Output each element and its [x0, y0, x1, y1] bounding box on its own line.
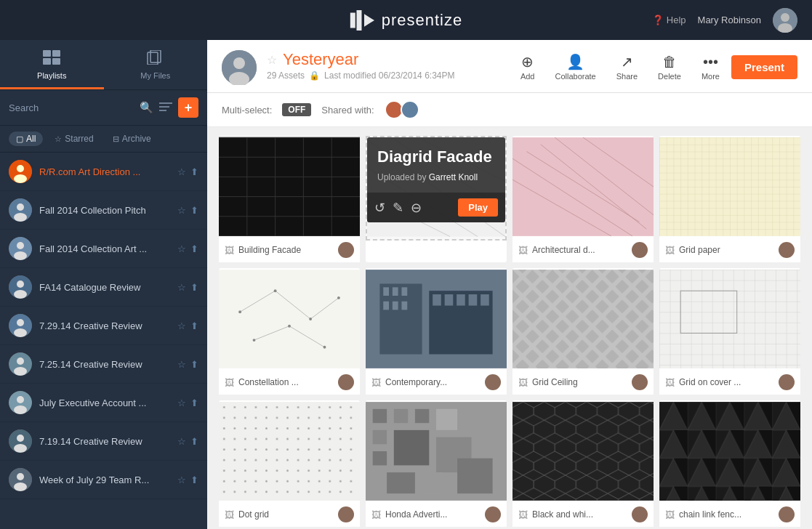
share-button[interactable]: ↗ Share: [608, 50, 646, 84]
avatar: [9, 429, 32, 453]
svg-point-29: [14, 328, 27, 337]
grid-item[interactable]: 🖼 Building Facade: [219, 136, 360, 262]
star-icon[interactable]: ☆: [177, 436, 186, 447]
list-item[interactable]: 7.19.14 Creative Review ☆ ⬆: [0, 422, 207, 461]
present-button[interactable]: Present: [731, 55, 797, 79]
avatar: [9, 468, 32, 491]
star-icon[interactable]: ☆: [177, 397, 186, 408]
svg-point-17: [14, 174, 27, 183]
list-item[interactable]: Week of July 29 Team R... ☆ ⬆: [0, 461, 207, 499]
grid-footer: 🖼 Grid Ceiling: [512, 370, 654, 395]
avatar: [9, 198, 32, 222]
content-title-block: ☆ Yesteryear 29 Assets 🔒 Last modified 0…: [267, 50, 455, 81]
grid-item[interactable]: 🖼 Honda Adverti...: [366, 400, 507, 527]
svg-point-40: [17, 473, 24, 480]
tab-myfiles-label: My Files: [140, 71, 170, 80]
grid-item[interactable]: 🖼 Grid Ceiling: [512, 268, 654, 395]
more-label: More: [702, 72, 720, 81]
svg-rect-111: [373, 430, 387, 444]
app-name: presentize: [382, 11, 463, 30]
grid-footer: 🖼 Grid paper: [659, 238, 800, 262]
play-button[interactable]: Play: [458, 198, 498, 217]
star-icon[interactable]: ☆: [177, 475, 186, 485]
image-title: Grid on cover ...: [679, 377, 774, 387]
avatar: [9, 391, 32, 414]
refresh-icon[interactable]: ↺: [374, 200, 385, 216]
grid-item[interactable]: 🖼 chain link fenc...: [659, 400, 800, 527]
list-item[interactable]: 7.29.14 Creative Review ☆ ⬆: [0, 307, 207, 345]
share-icon[interactable]: ⬆: [190, 359, 198, 370]
svg-rect-9: [52, 58, 60, 65]
share-icon[interactable]: ⬆: [190, 166, 198, 177]
share-icon[interactable]: ⬆: [190, 282, 198, 293]
add-icon: ⊕: [521, 53, 534, 70]
favorite-star-icon[interactable]: ☆: [267, 53, 277, 67]
user-avatar: [632, 374, 648, 390]
svg-point-22: [17, 242, 24, 249]
grid-item[interactable]: 🖼 Grid on cover ...: [659, 268, 800, 395]
list-item[interactable]: July Executive Account ... ☆ ⬆: [0, 384, 207, 422]
image-icon: 🖼: [371, 377, 381, 388]
svg-rect-112: [394, 430, 430, 466]
filter-starred[interactable]: ☆ Starred: [47, 132, 100, 146]
add-button[interactable]: ⊕ Add: [512, 50, 544, 84]
image-icon: 🖼: [665, 509, 675, 520]
user-avatar: [779, 242, 795, 258]
search-icon[interactable]: 🔍: [140, 101, 153, 114]
star-icon[interactable]: ☆: [177, 166, 186, 177]
filter-archive[interactable]: ⊟ Archive: [105, 132, 158, 146]
all-icon: ▢: [16, 134, 23, 144]
grid-item[interactable]: 🖼 Contemporary...: [366, 268, 507, 395]
grid-item[interactable]: 🖼 Constellation ...: [219, 268, 360, 395]
list-item[interactable]: Fall 2014 Collection Art ... ☆ ⬆: [0, 230, 207, 268]
remove-icon[interactable]: ⊖: [411, 200, 422, 216]
star-icon[interactable]: ☆: [177, 243, 186, 254]
star-icon[interactable]: ☆: [177, 320, 186, 331]
list-item[interactable]: 7.25.14 Creative Review ☆ ⬆: [0, 345, 207, 384]
share-icon[interactable]: ⬆: [190, 320, 198, 331]
grid-item[interactable]: 🖼 Black and whi...: [512, 400, 654, 527]
share-icon[interactable]: ⬆: [190, 397, 198, 408]
share-icon[interactable]: ⬆: [190, 243, 198, 254]
list-item[interactable]: R/R.com Art Direction ... ☆ ⬆: [0, 153, 207, 191]
list-item[interactable]: Fall 2014 Collection Pitch ☆ ⬆: [0, 191, 207, 230]
delete-icon: 🗑: [662, 54, 677, 70]
svg-rect-114: [436, 409, 457, 430]
grid-item-hover[interactable]: Diagrid Facade Uploaded by Garrett Knoll…: [366, 136, 507, 262]
share-icon[interactable]: ⬆: [190, 475, 198, 485]
svg-point-82: [323, 346, 326, 349]
sort-icon[interactable]: [159, 102, 172, 114]
tab-playlists[interactable]: Playlists: [0, 40, 104, 89]
image-title: Black and whi...: [532, 509, 627, 520]
collaborate-button[interactable]: 👤 Collaborate: [546, 50, 604, 84]
svg-rect-6: [43, 50, 51, 57]
help-link[interactable]: ❓ Help: [652, 15, 686, 25]
edit-icon[interactable]: ✎: [393, 200, 403, 216]
share-icon[interactable]: ⬆: [190, 205, 198, 216]
share-icon: ↗: [621, 53, 633, 70]
svg-rect-108: [373, 409, 387, 423]
more-button[interactable]: ••• More: [693, 51, 728, 84]
grid-item[interactable]: 🖼 Grid paper: [659, 136, 800, 262]
content-header-left: ☆ Yesteryear 29 Assets 🔒 Last modified 0…: [222, 50, 455, 85]
list-item[interactable]: FA14 Catalogue Review ☆ ⬆: [0, 268, 207, 307]
svg-point-32: [14, 367, 27, 376]
share-icon[interactable]: ⬆: [190, 436, 198, 447]
star-icon[interactable]: ☆: [177, 359, 186, 370]
svg-point-25: [17, 280, 24, 288]
user-avatar[interactable]: [773, 8, 797, 33]
add-button[interactable]: +: [178, 97, 198, 118]
grid-item[interactable]: 🖼 Architectural d...: [512, 136, 654, 262]
grid-item[interactable]: 🖼 Dot grid: [219, 400, 360, 527]
star-icon[interactable]: ☆: [177, 205, 186, 216]
star-icon[interactable]: ☆: [177, 282, 186, 293]
delete-button[interactable]: 🗑 Delete: [649, 51, 690, 84]
multiselect-toggle[interactable]: OFF: [282, 103, 311, 116]
filter-all[interactable]: ▢ All: [9, 132, 43, 146]
tab-myfiles[interactable]: My Files: [104, 40, 208, 89]
svg-rect-110: [415, 409, 429, 423]
svg-point-35: [14, 405, 27, 414]
shared-avatar-2: [401, 100, 419, 119]
search-input[interactable]: [9, 102, 134, 113]
shared-label: Shared with:: [321, 105, 374, 116]
